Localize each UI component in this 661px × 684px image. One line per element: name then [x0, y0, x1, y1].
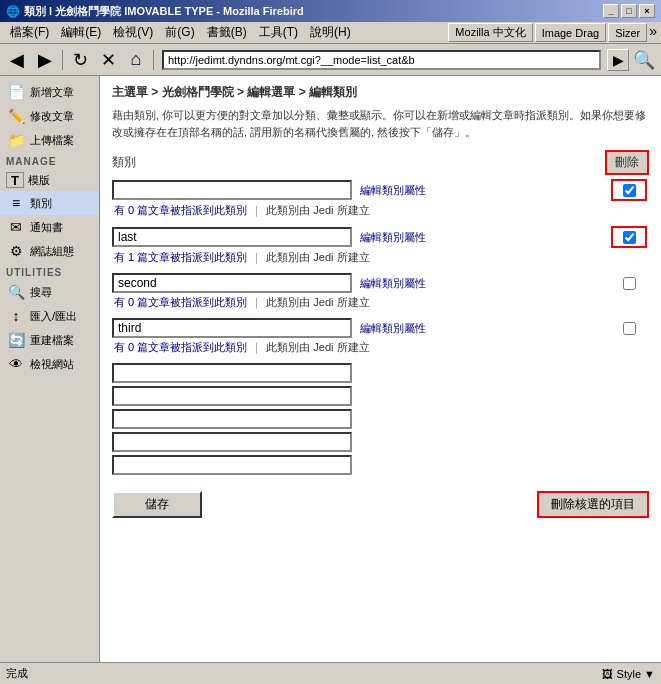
category-sub-1: 有 0 篇文章被指派到此類別 ｜ 此類別由 Jedi 所建立: [112, 203, 649, 218]
style-icon: 🖼: [602, 668, 613, 680]
category-input-8[interactable]: [112, 432, 352, 452]
category-row-2: 編輯類別屬性 有 1 篇文章被指派到此類別 ｜ 此類別由 Jedi 所建立: [112, 226, 649, 265]
menu-bar: 檔案(F) 編輯(E) 檢視(V) 前(G) 書籤(B) 工具(T) 說明(H)…: [0, 22, 661, 44]
edit-article-icon: ✏️: [6, 107, 26, 125]
sidebar-item-notification[interactable]: ✉ 通知書: [0, 215, 99, 239]
breadcrumb-edit-menu[interactable]: 編輯選單: [247, 85, 295, 99]
category-input-row-2: 編輯類別屬性: [112, 226, 649, 248]
edit-link-2[interactable]: 編輯類別屬性: [360, 230, 426, 245]
delete-checkbox-area-4: [609, 322, 649, 335]
sidebar-label-import-export: 匯入/匯出: [30, 309, 77, 324]
category-input-4[interactable]: [112, 318, 352, 338]
sidebar-item-new-article[interactable]: 📄 新增文章: [0, 80, 99, 104]
delete-checkbox-border-1: [611, 179, 647, 201]
articles-link-1[interactable]: 有 0 篇文章被指派到此類別: [114, 203, 247, 218]
edit-link-3[interactable]: 編輯類別屬性: [360, 276, 426, 291]
category-input-9[interactable]: [112, 455, 352, 475]
sidebar-label-search: 搜尋: [30, 285, 52, 300]
toolbar-separator-1: [62, 50, 63, 70]
sidebar-item-category[interactable]: ≡ 類別: [0, 191, 99, 215]
notification-icon: ✉: [6, 218, 26, 236]
address-input[interactable]: [162, 50, 601, 70]
creator-text-3: 此類別由 Jedi 所建立: [266, 295, 369, 310]
category-column-label: 類別: [112, 154, 136, 171]
menu-go[interactable]: 前(G): [159, 22, 200, 43]
menu-help[interactable]: 說明(H): [304, 22, 357, 43]
sidebar-item-plugins[interactable]: ⚙ 網誌組態: [0, 239, 99, 263]
stop-button[interactable]: ✕: [95, 48, 121, 72]
category-sub-2: 有 1 篇文章被指派到此類別 ｜ 此類別由 Jedi 所建立: [112, 250, 649, 265]
mozilla-chinese-button[interactable]: Mozilla 中文化: [448, 23, 532, 42]
category-row-1: 編輯類別屬性 有 0 篇文章被指派到此類別 ｜ 此類別由 Jedi 所建立: [112, 179, 649, 218]
sidebar-item-template[interactable]: T 模版: [0, 169, 99, 191]
search-toolbar-button[interactable]: 🔍: [631, 48, 657, 72]
empty-rows: [112, 363, 649, 475]
sidebar-label-upload: 上傳檔案: [30, 133, 74, 148]
sidebar-item-import-export[interactable]: ↕ 匯入/匯出: [0, 304, 99, 328]
status-bar: 完成 🖼 Style ▼: [0, 662, 661, 684]
menu-view[interactable]: 檢視(V): [107, 22, 159, 43]
delete-checkbox-3[interactable]: [623, 277, 636, 290]
category-input-2[interactable]: [112, 227, 352, 247]
new-article-icon: 📄: [6, 83, 26, 101]
status-text: 完成: [6, 666, 594, 681]
menu-edit[interactable]: 編輯(E): [55, 22, 107, 43]
title-bar-buttons: _ □ ×: [603, 4, 655, 18]
save-button[interactable]: 儲存: [112, 491, 202, 518]
menu-bookmarks[interactable]: 書籤(B): [201, 22, 253, 43]
articles-link-3[interactable]: 有 0 篇文章被指派到此類別: [114, 295, 247, 310]
category-input-6[interactable]: [112, 386, 352, 406]
plugins-icon: ⚙: [6, 242, 26, 260]
delete-checkbox-2[interactable]: [623, 231, 636, 244]
image-drag-button[interactable]: Image Drag: [535, 23, 606, 42]
sidebar-item-edit-article[interactable]: ✏️ 修改文章: [0, 104, 99, 128]
delete-checkbox-1[interactable]: [623, 184, 636, 197]
style-dropdown[interactable]: Style ▼: [617, 668, 655, 680]
go-button[interactable]: ▶: [607, 49, 629, 71]
category-input-7[interactable]: [112, 409, 352, 429]
creator-text-2: 此類別由 Jedi 所建立: [266, 250, 369, 265]
home-button[interactable]: ⌂: [123, 48, 149, 72]
edit-link-4[interactable]: 編輯類別屬性: [360, 321, 426, 336]
menu-file[interactable]: 檔案(F): [4, 22, 55, 43]
upload-icon: 📁: [6, 131, 26, 149]
category-input-row-1: 編輯類別屬性: [112, 179, 649, 201]
more-menu-icon[interactable]: »: [649, 23, 657, 42]
breadcrumb: 主選單 > 光劍格鬥學院 > 編輯選單 > 編輯類別: [112, 84, 649, 101]
breadcrumb-main[interactable]: 主選單: [112, 85, 148, 99]
category-input-5[interactable]: [112, 363, 352, 383]
menu-tools[interactable]: 工具(T): [253, 22, 304, 43]
rebuild-icon: 🔄: [6, 331, 26, 349]
sidebar-item-upload[interactable]: 📁 上傳檔案: [0, 128, 99, 152]
delete-checkbox-area-3: [609, 277, 649, 290]
category-input-1[interactable]: [112, 180, 352, 200]
edit-link-1[interactable]: 編輯類別屬性: [360, 183, 426, 198]
articles-link-4[interactable]: 有 0 篇文章被指派到此類別: [114, 340, 247, 355]
sidebar-item-rebuild[interactable]: 🔄 重建檔案: [0, 328, 99, 352]
breadcrumb-site[interactable]: 光劍格鬥學院: [162, 85, 234, 99]
sidebar-item-search[interactable]: 🔍 搜尋: [0, 280, 99, 304]
delete-checkbox-4[interactable]: [623, 322, 636, 335]
import-export-icon: ↕: [6, 307, 26, 325]
manage-section-label: MANAGE: [0, 152, 99, 169]
category-row-7: [112, 409, 649, 429]
minimize-button[interactable]: _: [603, 4, 619, 18]
category-row-6: [112, 386, 649, 406]
sizer-button[interactable]: Sizer: [608, 23, 647, 42]
page-description: 藉由類別, 你可以更方便的對文章加以分類、彙整或顯示。你可以在新增或編輯文章時指…: [112, 107, 649, 140]
reload-button[interactable]: ↻: [67, 48, 93, 72]
category-row-9: [112, 455, 649, 475]
delete-selected-button[interactable]: 刪除核選的項目: [537, 491, 649, 518]
category-row-8: [112, 432, 649, 452]
title-bar: 🌐 類別 l 光劍格鬥學院 lMOVABLE TYPE - Mozilla Fi…: [0, 0, 661, 22]
sidebar-item-view-site[interactable]: 👁 檢視網站: [0, 352, 99, 376]
articles-link-2[interactable]: 有 1 篇文章被指派到此類別: [114, 250, 247, 265]
maximize-button[interactable]: □: [621, 4, 637, 18]
category-input-3[interactable]: [112, 273, 352, 293]
status-right: 🖼 Style ▼: [602, 668, 655, 680]
back-button[interactable]: ◀: [4, 48, 30, 72]
toolbar-separator-2: [153, 50, 154, 70]
sidebar-label-new-article: 新增文章: [30, 85, 74, 100]
forward-button[interactable]: ▶: [32, 48, 58, 72]
close-button[interactable]: ×: [639, 4, 655, 18]
